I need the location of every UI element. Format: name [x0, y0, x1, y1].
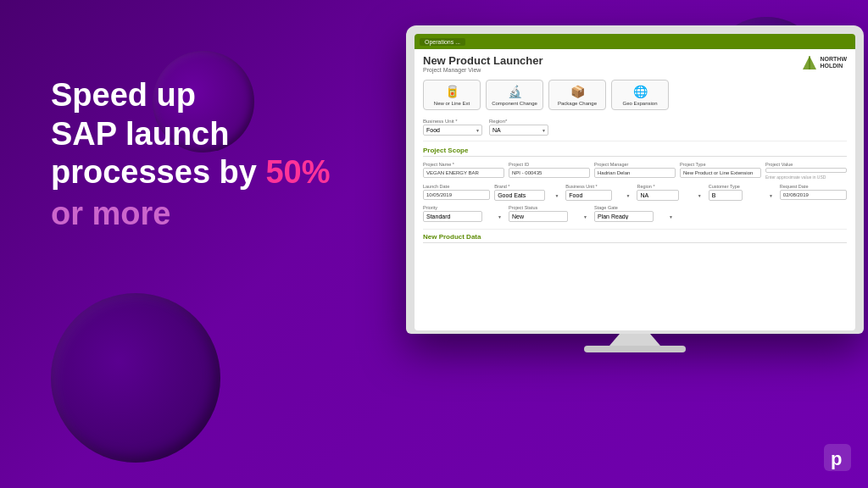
project-manager-value[interactable]: Hadrian Delan: [594, 168, 676, 178]
project-name-value[interactable]: VEGAN ENERGY BAR: [423, 168, 504, 178]
sap-subtitle: Project Manager View: [423, 67, 543, 73]
sap-content: New Product Launcher Project Manager Vie…: [415, 49, 855, 253]
proj-region-label: Region *: [637, 184, 704, 189]
left-text-block: Speed up SAP launch processes by 50% or …: [51, 76, 331, 232]
business-unit-field: Business Unit * Food: [423, 119, 482, 136]
proj-region-select[interactable]: NA: [637, 190, 679, 201]
region-label: Region*: [489, 119, 548, 124]
project-scope-title: Project Scope: [423, 147, 847, 157]
priority-select[interactable]: Standard: [423, 211, 482, 222]
customer-type-label: Customer Type: [709, 184, 776, 189]
geo-expansion-label: Geo Expansion: [622, 101, 657, 106]
project-value-hint: Enter approximate value in USD: [765, 175, 847, 180]
launch-date-label: Launch Date: [423, 184, 490, 189]
stage-gate-label: Stage Gate: [594, 205, 676, 210]
sap-title-block: New Product Launcher Project Manager Vie…: [423, 54, 543, 73]
sap-title: New Product Launcher: [423, 54, 543, 67]
geo-expansion-icon: 🌐: [632, 84, 648, 99]
new-product-data-title: New Product Data: [423, 233, 847, 243]
project-status-field: Project Status New: [509, 205, 590, 222]
brand-select[interactable]: Good Eats: [494, 190, 545, 201]
proj-business-unit-label: Business Unit *: [565, 184, 632, 189]
action-buttons-row: 🥫 New or Line Ext 🔬 Component Change 📦 P…: [423, 80, 847, 110]
headline-line3: processes by 50%: [51, 153, 331, 192]
monitor-screen: Operations ... New Product Launcher Proj…: [415, 34, 855, 330]
sap-logo: NORTHWHOLDIN: [801, 54, 848, 71]
business-unit-select-wrap: Food: [423, 125, 482, 136]
launch-date-value[interactable]: 10/05/2019: [423, 190, 490, 200]
business-unit-select[interactable]: Food: [423, 125, 482, 136]
logo-p-mark: p: [824, 444, 851, 471]
headline-line3-prefix: processes by: [51, 154, 265, 190]
package-change-icon: 📦: [569, 84, 586, 99]
headline-line2: SAP launch: [51, 115, 331, 154]
new-or-line-ext-icon: 🥫: [443, 84, 460, 99]
project-name-label: Project Name *: [423, 162, 504, 167]
sap-topbar: Operations ...: [415, 34, 855, 49]
action-button-geo-expansion[interactable]: 🌐 Geo Expansion: [611, 80, 669, 110]
project-type-label: Project Type: [680, 162, 761, 167]
request-date-field: Request Date 02/08/2019: [780, 184, 847, 201]
customer-type-field: Customer Type B: [709, 184, 776, 201]
stage-gate-select[interactable]: Plan Ready: [594, 211, 654, 222]
monitor-base: [584, 346, 686, 352]
proj-region-field: Region * NA: [637, 184, 704, 201]
action-button-component-change[interactable]: 🔬 Component Change: [486, 80, 543, 110]
logo-text: NORTHWHOLDIN: [821, 56, 848, 69]
project-grid-row3: Priority Standard Project Status: [423, 205, 847, 222]
request-date-label: Request Date: [780, 184, 847, 189]
monitor: Operations ... New Product Launcher Proj…: [393, 25, 868, 352]
priority-field: Priority Standard: [423, 205, 504, 222]
sap-application: Operations ... New Product Launcher Proj…: [415, 34, 855, 330]
business-region-row: Business Unit * Food Region*: [423, 119, 847, 136]
project-value-field: Project Value Enter approximate value in…: [765, 162, 847, 180]
svg-text:p: p: [831, 448, 842, 469]
project-manager-label: Project Manager: [594, 162, 676, 167]
project-id-label: Project ID: [509, 162, 590, 167]
stage-gate-field: Stage Gate Plan Ready: [594, 205, 676, 222]
monitor-outer: Operations ... New Product Launcher Proj…: [406, 25, 864, 334]
decorative-circle-1: [51, 293, 220, 463]
project-status-select[interactable]: New: [509, 211, 568, 222]
project-status-label: Project Status: [509, 205, 590, 210]
priority-label: Priority: [423, 205, 504, 210]
new-or-line-ext-label: New or Line Ext: [434, 101, 470, 106]
project-manager-field: Project Manager Hadrian Delan: [594, 162, 676, 180]
project-grid-row1: Project Name * VEGAN ENERGY BAR Project …: [423, 162, 847, 180]
brand-field: Brand * Good Eats: [494, 184, 561, 201]
project-value-label: Project Value: [765, 162, 847, 167]
proj-business-unit-field: Business Unit * Food: [565, 184, 632, 201]
headline-line4: or more: [51, 196, 331, 232]
action-button-package-change[interactable]: 📦 Package Change: [548, 80, 606, 110]
component-change-icon: 🔬: [506, 84, 523, 99]
component-change-label: Component Change: [492, 101, 537, 106]
headline-line1: Speed up: [51, 76, 331, 115]
project-value-input[interactable]: [765, 168, 847, 173]
project-id-value[interactable]: NPI - 000435: [509, 168, 590, 178]
project-type-field: Project Type New Product or Line Extensi…: [680, 162, 761, 180]
region-select[interactable]: NA: [489, 125, 548, 136]
monitor-stand: [609, 334, 660, 346]
divider-1: [423, 141, 847, 141]
launch-date-field: Launch Date 10/05/2019: [423, 184, 490, 201]
customer-type-select[interactable]: B: [709, 190, 743, 201]
project-name-field: Project Name * VEGAN ENERGY BAR: [423, 162, 504, 180]
action-button-new-or-line-ext[interactable]: 🥫 New or Line Ext: [423, 80, 481, 110]
proj-business-unit-select[interactable]: Food: [565, 190, 612, 201]
package-change-label: Package Change: [558, 101, 597, 106]
divider-2: [423, 229, 847, 230]
brand-label: Brand *: [494, 184, 561, 189]
sap-header: New Product Launcher Project Manager Vie…: [423, 54, 847, 73]
logo-leaf-icon: [801, 54, 818, 71]
region-field: Region* NA: [489, 119, 548, 136]
region-select-wrap: NA: [489, 125, 548, 136]
project-type-value[interactable]: New Product or Line Extension: [680, 168, 761, 178]
project-id-field: Project ID NPI - 000435: [509, 162, 590, 180]
operations-button[interactable]: Operations ...: [420, 38, 465, 46]
project-grid-row2: Launch Date 10/05/2019 Brand * Good Eats: [423, 184, 847, 201]
headline-percent: 50%: [265, 154, 330, 190]
business-unit-label: Business Unit *: [423, 119, 482, 124]
request-date-value[interactable]: 02/08/2019: [780, 190, 847, 200]
